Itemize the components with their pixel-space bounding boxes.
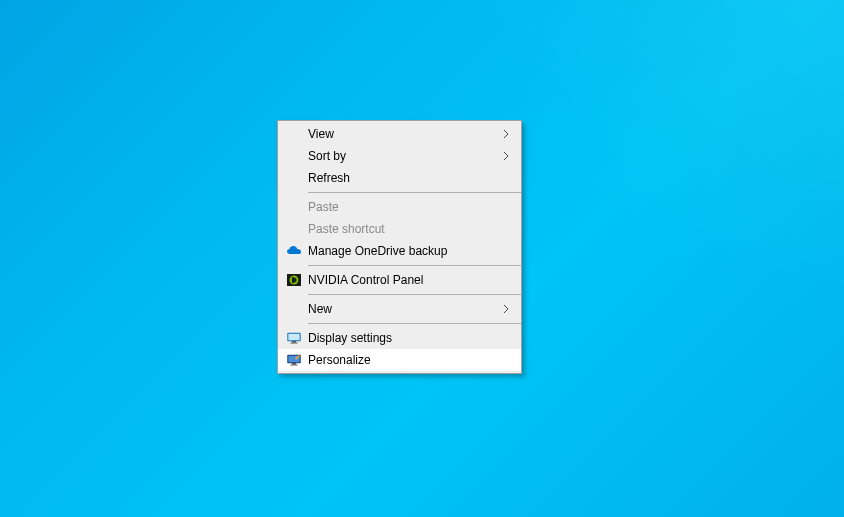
menu-separator: [308, 294, 521, 295]
menu-item-new[interactable]: New: [278, 298, 521, 320]
menu-item-personalize[interactable]: Personalize: [278, 349, 521, 371]
menu-separator: [308, 323, 521, 324]
menu-item-display-settings[interactable]: Display settings: [278, 327, 521, 349]
svg-rect-9: [291, 365, 298, 366]
menu-separator: [308, 265, 521, 266]
menu-item-label: Personalize: [306, 353, 499, 367]
svg-rect-4: [292, 341, 296, 343]
icon-placeholder: [282, 221, 306, 237]
menu-item-label: Refresh: [306, 171, 499, 185]
menu-item-label: NVIDIA Control Panel: [306, 273, 499, 287]
personalize-icon: [282, 352, 306, 368]
display-settings-icon: [282, 330, 306, 346]
icon-placeholder: [282, 301, 306, 317]
svg-rect-8: [292, 363, 296, 365]
icon-placeholder: [282, 170, 306, 186]
svg-rect-5: [291, 343, 298, 344]
menu-item-label: Manage OneDrive backup: [306, 244, 499, 258]
menu-item-label: Paste: [306, 200, 499, 214]
menu-item-label: Sort by: [306, 149, 499, 163]
submenu-arrow-icon: [499, 129, 513, 139]
menu-item-label: Paste shortcut: [306, 222, 499, 236]
nvidia-icon: [282, 272, 306, 288]
menu-item-onedrive-backup[interactable]: Manage OneDrive backup: [278, 240, 521, 262]
menu-item-nvidia-control-panel[interactable]: NVIDIA Control Panel: [278, 269, 521, 291]
submenu-arrow-icon: [499, 304, 513, 314]
icon-placeholder: [282, 199, 306, 215]
icon-placeholder: [282, 148, 306, 164]
menu-item-paste: Paste: [278, 196, 521, 218]
menu-item-paste-shortcut: Paste shortcut: [278, 218, 521, 240]
menu-item-label: New: [306, 302, 499, 316]
icon-placeholder: [282, 126, 306, 142]
menu-item-sort-by[interactable]: Sort by: [278, 145, 521, 167]
menu-item-label: View: [306, 127, 499, 141]
svg-rect-3: [289, 334, 300, 340]
desktop-background[interactable]: { "context_menu": { "items": [ { "label"…: [0, 0, 844, 517]
onedrive-icon: [282, 243, 306, 259]
submenu-arrow-icon: [499, 151, 513, 161]
menu-item-refresh[interactable]: Refresh: [278, 167, 521, 189]
desktop-context-menu: View Sort by Refresh Paste Paste shortcu…: [277, 120, 522, 374]
menu-separator: [308, 192, 521, 193]
menu-item-view[interactable]: View: [278, 123, 521, 145]
menu-item-label: Display settings: [306, 331, 499, 345]
